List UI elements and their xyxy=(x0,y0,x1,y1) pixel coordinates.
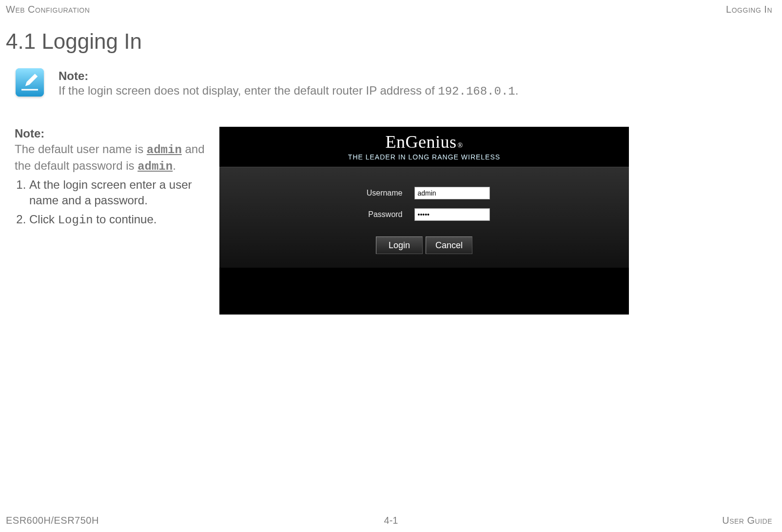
password-input[interactable] xyxy=(414,208,490,221)
note2-default-pass: admin xyxy=(137,160,173,173)
username-input[interactable] xyxy=(414,187,490,199)
login-button[interactable]: Login xyxy=(376,236,423,254)
registered-symbol: ® xyxy=(457,142,463,150)
note-block-1: Note: If the login screen does not displ… xyxy=(16,68,518,99)
note-body-2: The default user name is admin and the d… xyxy=(15,141,210,175)
note-label-1: Note: xyxy=(59,69,518,83)
left-column: Note: The default user name is admin and… xyxy=(15,127,210,315)
cancel-button[interactable]: Cancel xyxy=(426,236,472,254)
note2-default-user: admin xyxy=(147,143,182,157)
note2-line-a: The default user name is xyxy=(15,142,147,156)
footer-center: 4-1 xyxy=(384,515,398,526)
note1-suffix: . xyxy=(515,84,519,97)
content-row: Note: The default user name is admin and… xyxy=(15,127,626,315)
button-row: Login Cancel xyxy=(376,236,472,254)
step-2-suffix: to continue. xyxy=(93,213,157,226)
username-row: Username xyxy=(359,187,490,199)
note1-ip: 192.168.0.1 xyxy=(438,85,515,98)
login-panel: EnGenius® THE LEADER IN LONG RANGE WIREL… xyxy=(219,127,629,315)
footer-left: ESR600H/ESR750H xyxy=(6,515,99,526)
note-body-1: If the login screen does not display, en… xyxy=(59,83,518,99)
step-1: At the login screen enter a user name an… xyxy=(29,177,210,209)
note2-line-c: . xyxy=(173,159,176,172)
header-right: Logging In xyxy=(726,4,772,15)
footer-right: User Guide xyxy=(722,515,772,526)
step-2-prefix: Click xyxy=(29,213,58,226)
header-left: Web Configuration xyxy=(6,4,90,15)
password-row: Password xyxy=(359,208,490,221)
note-label-2: Note: xyxy=(15,127,210,140)
page-title: 4.1 Logging In xyxy=(6,29,142,54)
step-2-command: Login xyxy=(58,214,93,227)
step-list: At the login screen enter a user name an… xyxy=(15,177,210,228)
note-icon xyxy=(16,68,44,97)
password-label: Password xyxy=(359,210,403,219)
brand-logo: EnGenius® xyxy=(385,132,463,152)
note1-prefix: If the login screen does not display, en… xyxy=(59,84,438,97)
login-form: Username Password Login Cancel xyxy=(219,167,629,268)
step-2: Click Login to continue. xyxy=(29,212,210,228)
brand-name: EnGenius xyxy=(385,132,456,152)
username-label: Username xyxy=(359,189,403,197)
brand-tagline: THE LEADER IN LONG RANGE WIRELESS xyxy=(348,153,500,161)
